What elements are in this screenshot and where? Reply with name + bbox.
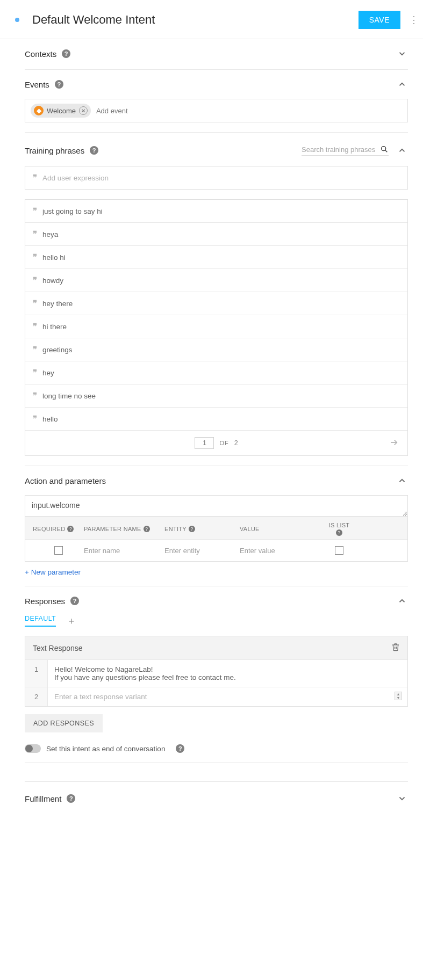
- col-value: VALUE: [240, 526, 315, 532]
- parameters-table: REQUIRED? PARAMETER NAME? ENTITY? VALUE …: [25, 517, 408, 562]
- search-icon[interactable]: [380, 145, 389, 154]
- help-icon[interactable]: ?: [176, 744, 184, 753]
- add-event-input[interactable]: [96, 107, 402, 115]
- training-phrase-text: hello: [42, 415, 58, 423]
- training-phrase-row[interactable]: ❞just going to say hi: [25, 200, 407, 222]
- training-phrase-row[interactable]: ❞hey there: [25, 292, 407, 315]
- response-row-number: 1: [25, 660, 48, 687]
- chevron-up-icon[interactable]: [396, 475, 408, 487]
- quote-icon: ❞: [33, 391, 37, 401]
- next-page-icon[interactable]: [389, 438, 399, 449]
- intent-title[interactable]: Default Welcome Intent: [32, 13, 359, 27]
- response-row-number: 2: [25, 687, 48, 706]
- training-phrase-row[interactable]: ❞hello hi: [25, 245, 407, 268]
- required-checkbox[interactable]: [54, 546, 63, 555]
- response-variant-input[interactable]: Enter a text response variant▲▼: [48, 687, 407, 706]
- chevron-down-icon[interactable]: [396, 48, 408, 60]
- add-tab-icon[interactable]: ＋: [67, 614, 76, 627]
- section-action-params: Action and parameters input.welcome REQU…: [25, 466, 408, 586]
- page-current-input[interactable]: 1: [195, 437, 214, 449]
- section-fulfillment: Fulfillment ?: [25, 781, 408, 816]
- event-chip-label: Welcome: [47, 107, 76, 115]
- chevron-down-icon[interactable]: [396, 793, 408, 804]
- end-of-conversation-toggle[interactable]: [25, 744, 41, 753]
- chevron-up-icon[interactable]: [396, 595, 408, 607]
- response-box-title: Text Response: [33, 644, 83, 652]
- add-expression-input[interactable]: [42, 174, 400, 182]
- training-phrase-row[interactable]: ❞hello: [25, 407, 407, 430]
- help-icon[interactable]: ?: [90, 146, 98, 155]
- section-training-phrases: Training phrases ? ❞ ❞just going to say …: [25, 133, 408, 466]
- page-total: 2: [234, 439, 238, 447]
- training-phrase-text: long time no see: [42, 392, 96, 400]
- section-responses: Responses ? DEFAULT ＋ Text Response 1 He…: [25, 586, 408, 763]
- param-name-input[interactable]: Enter name: [84, 547, 164, 555]
- response-row: 1 Hello! Welcome to NagareLab! If you ha…: [25, 659, 407, 687]
- chevron-up-icon[interactable]: [396, 144, 408, 156]
- overflow-menu-icon[interactable]: ⋮: [409, 19, 417, 21]
- training-phrase-row[interactable]: ❞hi there: [25, 315, 407, 338]
- quote-icon: ❞: [33, 173, 37, 183]
- chevron-up-icon[interactable]: [396, 78, 408, 90]
- text-response-box: Text Response 1 Hello! Welcome to Nagare…: [25, 636, 408, 707]
- help-icon[interactable]: ?: [144, 526, 150, 532]
- param-entity-input[interactable]: Enter entity: [164, 547, 240, 555]
- remove-event-icon[interactable]: ✕: [79, 106, 88, 115]
- fulfillment-title: Fulfillment: [25, 794, 61, 803]
- add-responses-button[interactable]: ADD RESPONSES: [25, 714, 103, 732]
- end-of-conversation-label: Set this intent as end of conversation: [46, 745, 165, 753]
- help-icon[interactable]: ?: [55, 80, 63, 89]
- training-title: Training phrases: [25, 146, 84, 155]
- help-icon[interactable]: ?: [70, 597, 79, 605]
- quote-icon: ❞: [33, 414, 37, 424]
- event-chip-welcome[interactable]: ◆ Welcome ✕: [31, 104, 91, 118]
- training-phrase-text: hello hi: [42, 253, 66, 262]
- col-required: REQUIRED?: [33, 526, 84, 532]
- training-phrase-text: heya: [42, 230, 58, 238]
- quote-icon: ❞: [33, 252, 37, 262]
- svg-point-0: [382, 147, 386, 151]
- events-input-box: ◆ Welcome ✕: [25, 99, 408, 122]
- training-phrase-row[interactable]: ❞hey: [25, 361, 407, 384]
- training-phrase-text: howdy: [42, 277, 63, 285]
- tab-default[interactable]: DEFAULT: [25, 615, 56, 627]
- training-phrase-text: hey: [42, 369, 54, 377]
- action-name-input[interactable]: input.welcome: [25, 495, 408, 517]
- training-phrase-row[interactable]: ❞howdy: [25, 268, 407, 292]
- help-icon[interactable]: ?: [67, 794, 75, 803]
- quote-icon: ❞: [33, 275, 37, 285]
- stepper-icon[interactable]: ▲▼: [395, 692, 402, 700]
- response-text-input[interactable]: Hello! Welcome to NagareLab! If you have…: [48, 660, 407, 687]
- search-input[interactable]: [302, 146, 377, 154]
- training-search: [302, 145, 389, 156]
- page-of-label: OF: [219, 440, 228, 446]
- responses-title: Responses: [25, 597, 65, 606]
- training-phrase-row[interactable]: ❞heya: [25, 222, 407, 245]
- delete-icon[interactable]: [391, 643, 400, 653]
- save-button[interactable]: SAVE: [359, 11, 400, 29]
- quote-icon: ❞: [33, 322, 37, 331]
- quote-icon: ❞: [33, 229, 37, 239]
- training-phrase-list: ❞just going to say hi❞heya❞hello hi❞howd…: [25, 199, 408, 456]
- help-icon[interactable]: ?: [62, 49, 70, 58]
- event-icon: ◆: [34, 106, 44, 115]
- quote-icon: ❞: [33, 299, 37, 308]
- col-entity: ENTITY?: [164, 526, 240, 532]
- new-parameter-button[interactable]: + New parameter: [25, 568, 408, 576]
- islist-checkbox[interactable]: [335, 546, 343, 555]
- training-phrase-row[interactable]: ❞greetings: [25, 338, 407, 361]
- training-phrase-row[interactable]: ❞long time no see: [25, 384, 407, 407]
- training-phrase-text: hi there: [42, 323, 67, 331]
- help-icon[interactable]: ?: [336, 529, 342, 536]
- param-value-input[interactable]: Enter value: [240, 547, 315, 555]
- intent-status-dot: [15, 18, 19, 22]
- help-icon[interactable]: ?: [189, 526, 195, 532]
- section-events: Events ? ◆ Welcome ✕: [25, 70, 408, 133]
- contexts-title: Contexts: [25, 49, 56, 59]
- col-islist: IS LIST?: [315, 522, 363, 536]
- help-icon[interactable]: ?: [67, 526, 74, 532]
- training-phrase-text: just going to say hi: [42, 207, 103, 215]
- section-contexts: Contexts ?: [25, 39, 408, 70]
- events-title: Events: [25, 80, 49, 89]
- quote-icon: ❞: [33, 206, 37, 216]
